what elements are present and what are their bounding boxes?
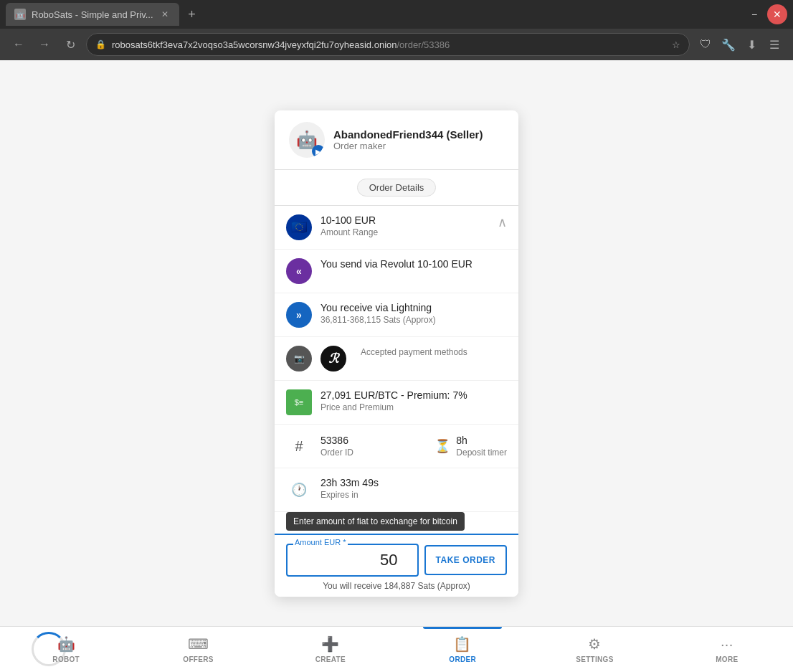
more-icon: ···	[721, 636, 733, 653]
download-icon[interactable]: ⬇	[741, 34, 761, 55]
receive-row: » You receive via Lightning 36,811-368,1…	[275, 293, 518, 337]
reload-button[interactable]: ↻	[60, 34, 80, 55]
payment-content: Accepted payment methods	[361, 346, 507, 357]
bottom-nav: 🤖 ROBOT ⌨ OFFERS ➕ CREATE 📋 ORDER ⚙ SETT…	[0, 626, 793, 672]
avatar: 🤖 ▶	[289, 122, 325, 158]
order-icon: 📋	[453, 635, 471, 653]
deposit-timer-sub: Deposit timer	[456, 448, 507, 458]
price-value: 27,091 EUR/BTC - Premium: 7%	[320, 389, 507, 401]
settings-icon: ⚙	[588, 635, 601, 653]
ssl-lock-icon: 🔒	[95, 39, 106, 49]
input-area: Amount EUR * TAKE ORDER You will receive…	[275, 534, 518, 597]
clock-icon: 🕐	[286, 477, 312, 503]
amount-range-value: 10-100 EUR	[320, 214, 489, 226]
nav-order[interactable]: 📋 ORDER	[396, 627, 528, 672]
revolut-in-icon: «	[286, 258, 312, 284]
seller-name: AbandonedFriend344 (Seller)	[333, 128, 504, 141]
bookmark-icon[interactable]: ☆	[672, 39, 680, 50]
expires-sub: Expires in	[320, 490, 507, 500]
menu-button[interactable]: ☰	[764, 34, 784, 55]
take-order-button[interactable]: TAKE ORDER	[424, 545, 507, 575]
order-card: 🤖 ▶ AbandonedFriend344 (Seller) Order ma…	[275, 110, 518, 597]
payment-sub: Accepted payment methods	[361, 347, 507, 357]
expand-icon[interactable]: ∧	[498, 214, 507, 230]
browser-tab[interactable]: 🤖 RoboSats - Simple and Priv... ✕	[6, 3, 179, 26]
expires-row: 🕐 23h 33m 49s Expires in	[275, 468, 518, 512]
shield-icon[interactable]: 🛡	[695, 34, 716, 55]
order-id-content: 53386 Order ID	[320, 435, 426, 458]
order-details-chip: Order Details	[357, 179, 437, 197]
receive-sats: 36,811-368,115 Sats (Approx)	[320, 315, 507, 325]
amount-input-wrapper: Amount EUR *	[286, 544, 419, 577]
amount-input[interactable]	[296, 551, 409, 569]
nav-toolbar-icons: 🛡 🔧 ⬇ ☰	[695, 34, 784, 55]
revolut-logo: ℛ	[320, 346, 346, 372]
page-content: 🤖 ▶ AbandonedFriend344 (Seller) Order ma…	[0, 60, 793, 672]
amount-range-content: 10-100 EUR Amount Range	[320, 214, 489, 237]
expires-value: 23h 33m 49s	[320, 477, 507, 488]
forward-button[interactable]: →	[34, 34, 54, 55]
deposit-timer-value: 8h	[456, 435, 507, 446]
hash-icon: #	[286, 433, 312, 459]
receive-result-text: You will receive 184,887 Sats (Approx)	[286, 581, 507, 591]
nav-settings[interactable]: ⚙ SETTINGS	[528, 627, 660, 672]
amount-range-label: Amount Range	[320, 227, 489, 237]
send-content: You send via Revolut 10-100 EUR	[320, 258, 507, 270]
hourglass-icon: ⏳	[435, 438, 450, 454]
nav-robot[interactable]: 🤖 ROBOT	[0, 627, 132, 672]
extension-icon[interactable]: 🔧	[718, 34, 739, 55]
order-maker-label: Order maker	[333, 141, 504, 151]
eu-flag-icon: 🇪🇺	[286, 214, 312, 240]
send-value: You send via Revolut 10-100 EUR	[320, 258, 507, 270]
chip-container: Order Details	[275, 170, 518, 206]
header-info: AbandonedFriend344 (Seller) Order maker	[333, 128, 504, 151]
order-id-row: # 53386 Order ID ⏳ 8h Deposit timer	[275, 425, 518, 468]
deposit-timer-content: 8h Deposit timer	[456, 435, 507, 458]
send-row: « You send via Revolut 10-100 EUR	[275, 250, 518, 293]
tab-favicon: 🤖	[14, 9, 26, 20]
tooltip: Enter amount of fiat to exchange for bit…	[286, 512, 465, 531]
offers-icon: ⌨	[188, 635, 209, 653]
nav-offers[interactable]: ⌨ OFFERS	[132, 627, 264, 672]
input-row: Amount EUR * TAKE ORDER	[286, 544, 507, 577]
tab-close-button[interactable]: ✕	[159, 9, 171, 20]
payment-icon: 📷	[286, 346, 312, 372]
address-bar[interactable]: 🔒 robosats6tkf3eva7x2voqso3a5wcorsnw34jv…	[86, 33, 690, 56]
payment-method-row: 📷 ℛ Accepted payment methods	[275, 337, 518, 381]
new-tab-button[interactable]: +	[182, 4, 202, 24]
avatar-badge: ▶	[312, 145, 325, 158]
close-window-button[interactable]: ✕	[767, 4, 787, 24]
deposit-timer-group: ⏳ 8h Deposit timer	[435, 435, 507, 458]
tab-title: RoboSats - Simple and Priv...	[32, 9, 153, 20]
amount-label: Amount EUR *	[293, 538, 348, 546]
minimize-button[interactable]: −	[744, 4, 764, 24]
browser-navbar: ← → ↻ 🔒 robosats6tkf3eva7x2voqso3a5wcors…	[0, 29, 793, 60]
expires-content: 23h 33m 49s Expires in	[320, 477, 507, 500]
amount-range-row: 🇪🇺 10-100 EUR Amount Range ∧	[275, 206, 518, 250]
price-sub: Price and Premium	[320, 402, 507, 412]
create-icon: ➕	[321, 635, 339, 653]
robot-icon: 🤖	[57, 635, 75, 653]
order-id-value: 53386	[320, 435, 426, 446]
address-text: robosats6tkf3eva7x2voqso3a5wcorsnw34jvey…	[112, 39, 666, 50]
back-button[interactable]: ←	[9, 34, 29, 55]
card-header: 🤖 ▶ AbandonedFriend344 (Seller) Order ma…	[275, 110, 518, 170]
receive-content: You receive via Lightning 36,811-368,115…	[320, 302, 507, 325]
order-id-sub: Order ID	[320, 448, 426, 458]
tooltip-container: Enter amount of fiat to exchange for bit…	[275, 512, 518, 534]
window-controls: − ✕	[744, 4, 787, 24]
price-row: $≡ 27,091 EUR/BTC - Premium: 7% Price an…	[275, 381, 518, 425]
lightning-icon: »	[286, 302, 312, 328]
nav-create[interactable]: ➕ CREATE	[265, 627, 396, 672]
nav-more[interactable]: ··· MORE	[661, 627, 793, 672]
price-icon: $≡	[286, 389, 312, 415]
price-content: 27,091 EUR/BTC - Premium: 7% Price and P…	[320, 389, 507, 412]
receive-label: You receive via Lightning	[320, 302, 507, 313]
browser-titlebar: 🤖 RoboSats - Simple and Priv... ✕ + − ✕	[0, 0, 793, 29]
